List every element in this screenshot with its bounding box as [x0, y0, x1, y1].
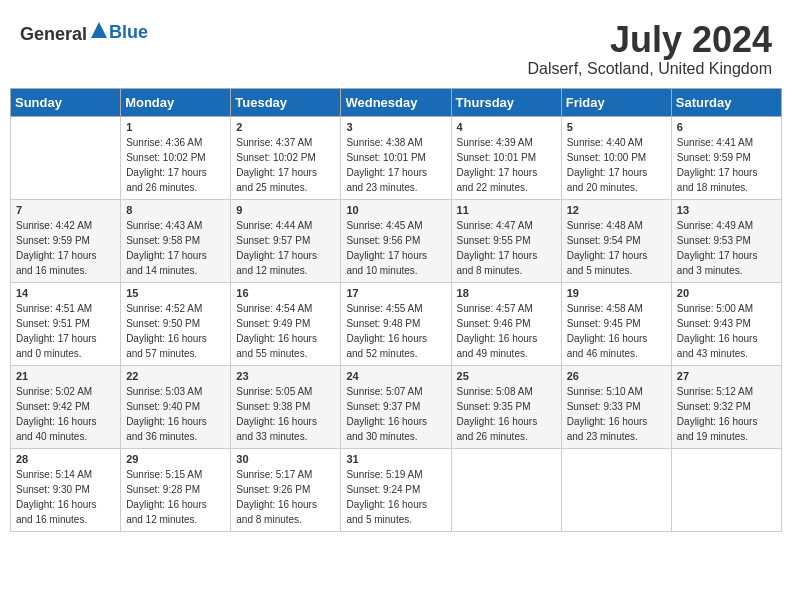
day-number: 12 [567, 204, 666, 216]
day-number: 23 [236, 370, 335, 382]
calendar-cell: 5Sunrise: 4:40 AMSunset: 10:00 PMDayligh… [561, 116, 671, 199]
calendar-cell: 12Sunrise: 4:48 AMSunset: 9:54 PMDayligh… [561, 199, 671, 282]
logo: General Blue [20, 20, 148, 45]
day-info: Sunrise: 5:15 AMSunset: 9:28 PMDaylight:… [126, 467, 225, 527]
calendar-cell [561, 448, 671, 531]
day-number: 10 [346, 204, 445, 216]
calendar-cell: 16Sunrise: 4:54 AMSunset: 9:49 PMDayligh… [231, 282, 341, 365]
day-info: Sunrise: 5:05 AMSunset: 9:38 PMDaylight:… [236, 384, 335, 444]
calendar-cell: 19Sunrise: 4:58 AMSunset: 9:45 PMDayligh… [561, 282, 671, 365]
weekday-header: Tuesday [231, 88, 341, 116]
day-number: 7 [16, 204, 115, 216]
svg-marker-0 [91, 22, 107, 38]
day-info: Sunrise: 4:47 AMSunset: 9:55 PMDaylight:… [457, 218, 556, 278]
calendar-week-row: 21Sunrise: 5:02 AMSunset: 9:42 PMDayligh… [11, 365, 782, 448]
day-number: 20 [677, 287, 776, 299]
calendar-cell: 23Sunrise: 5:05 AMSunset: 9:38 PMDayligh… [231, 365, 341, 448]
day-number: 31 [346, 453, 445, 465]
day-info: Sunrise: 5:07 AMSunset: 9:37 PMDaylight:… [346, 384, 445, 444]
calendar-cell [671, 448, 781, 531]
calendar-table: SundayMondayTuesdayWednesdayThursdayFrid… [10, 88, 782, 532]
day-number: 21 [16, 370, 115, 382]
day-info: Sunrise: 4:58 AMSunset: 9:45 PMDaylight:… [567, 301, 666, 361]
day-number: 17 [346, 287, 445, 299]
calendar-cell: 17Sunrise: 4:55 AMSunset: 9:48 PMDayligh… [341, 282, 451, 365]
calendar-header-row: SundayMondayTuesdayWednesdayThursdayFrid… [11, 88, 782, 116]
day-number: 13 [677, 204, 776, 216]
day-info: Sunrise: 5:00 AMSunset: 9:43 PMDaylight:… [677, 301, 776, 361]
calendar-week-row: 28Sunrise: 5:14 AMSunset: 9:30 PMDayligh… [11, 448, 782, 531]
day-number: 25 [457, 370, 556, 382]
calendar-cell: 26Sunrise: 5:10 AMSunset: 9:33 PMDayligh… [561, 365, 671, 448]
day-info: Sunrise: 4:40 AMSunset: 10:00 PMDaylight… [567, 135, 666, 195]
day-info: Sunrise: 5:14 AMSunset: 9:30 PMDaylight:… [16, 467, 115, 527]
day-number: 6 [677, 121, 776, 133]
day-info: Sunrise: 5:10 AMSunset: 9:33 PMDaylight:… [567, 384, 666, 444]
calendar-cell: 18Sunrise: 4:57 AMSunset: 9:46 PMDayligh… [451, 282, 561, 365]
month-title: July 2024 [527, 20, 772, 60]
day-info: Sunrise: 5:19 AMSunset: 9:24 PMDaylight:… [346, 467, 445, 527]
calendar-cell [451, 448, 561, 531]
day-info: Sunrise: 4:43 AMSunset: 9:58 PMDaylight:… [126, 218, 225, 278]
day-number: 9 [236, 204, 335, 216]
calendar-cell: 24Sunrise: 5:07 AMSunset: 9:37 PMDayligh… [341, 365, 451, 448]
weekday-header: Sunday [11, 88, 121, 116]
calendar-cell: 25Sunrise: 5:08 AMSunset: 9:35 PMDayligh… [451, 365, 561, 448]
logo-icon [89, 20, 109, 40]
day-number: 29 [126, 453, 225, 465]
weekday-header: Thursday [451, 88, 561, 116]
day-number: 24 [346, 370, 445, 382]
title-section: July 2024 Dalserf, Scotland, United King… [527, 20, 772, 78]
day-number: 8 [126, 204, 225, 216]
calendar-cell: 22Sunrise: 5:03 AMSunset: 9:40 PMDayligh… [121, 365, 231, 448]
day-number: 4 [457, 121, 556, 133]
day-info: Sunrise: 4:54 AMSunset: 9:49 PMDaylight:… [236, 301, 335, 361]
calendar-cell: 15Sunrise: 4:52 AMSunset: 9:50 PMDayligh… [121, 282, 231, 365]
day-info: Sunrise: 4:37 AMSunset: 10:02 PMDaylight… [236, 135, 335, 195]
calendar-cell: 7Sunrise: 4:42 AMSunset: 9:59 PMDaylight… [11, 199, 121, 282]
day-info: Sunrise: 4:49 AMSunset: 9:53 PMDaylight:… [677, 218, 776, 278]
calendar-cell [11, 116, 121, 199]
location-title: Dalserf, Scotland, United Kingdom [527, 60, 772, 78]
calendar-cell: 29Sunrise: 5:15 AMSunset: 9:28 PMDayligh… [121, 448, 231, 531]
day-info: Sunrise: 4:55 AMSunset: 9:48 PMDaylight:… [346, 301, 445, 361]
calendar-week-row: 7Sunrise: 4:42 AMSunset: 9:59 PMDaylight… [11, 199, 782, 282]
logo-blue: Blue [109, 22, 148, 42]
calendar-cell: 20Sunrise: 5:00 AMSunset: 9:43 PMDayligh… [671, 282, 781, 365]
day-number: 11 [457, 204, 556, 216]
day-info: Sunrise: 5:02 AMSunset: 9:42 PMDaylight:… [16, 384, 115, 444]
calendar-cell: 6Sunrise: 4:41 AMSunset: 9:59 PMDaylight… [671, 116, 781, 199]
day-number: 27 [677, 370, 776, 382]
calendar-cell: 1Sunrise: 4:36 AMSunset: 10:02 PMDayligh… [121, 116, 231, 199]
logo-general: General [20, 24, 87, 44]
day-number: 15 [126, 287, 225, 299]
calendar-cell: 2Sunrise: 4:37 AMSunset: 10:02 PMDayligh… [231, 116, 341, 199]
day-info: Sunrise: 5:03 AMSunset: 9:40 PMDaylight:… [126, 384, 225, 444]
calendar-cell: 13Sunrise: 4:49 AMSunset: 9:53 PMDayligh… [671, 199, 781, 282]
day-info: Sunrise: 4:41 AMSunset: 9:59 PMDaylight:… [677, 135, 776, 195]
day-info: Sunrise: 5:12 AMSunset: 9:32 PMDaylight:… [677, 384, 776, 444]
calendar-cell: 21Sunrise: 5:02 AMSunset: 9:42 PMDayligh… [11, 365, 121, 448]
day-number: 18 [457, 287, 556, 299]
calendar-cell: 10Sunrise: 4:45 AMSunset: 9:56 PMDayligh… [341, 199, 451, 282]
weekday-header: Friday [561, 88, 671, 116]
calendar-cell: 30Sunrise: 5:17 AMSunset: 9:26 PMDayligh… [231, 448, 341, 531]
calendar-week-row: 14Sunrise: 4:51 AMSunset: 9:51 PMDayligh… [11, 282, 782, 365]
day-info: Sunrise: 4:39 AMSunset: 10:01 PMDaylight… [457, 135, 556, 195]
day-number: 28 [16, 453, 115, 465]
day-number: 22 [126, 370, 225, 382]
calendar-cell: 4Sunrise: 4:39 AMSunset: 10:01 PMDayligh… [451, 116, 561, 199]
calendar-cell: 14Sunrise: 4:51 AMSunset: 9:51 PMDayligh… [11, 282, 121, 365]
day-info: Sunrise: 4:57 AMSunset: 9:46 PMDaylight:… [457, 301, 556, 361]
day-number: 30 [236, 453, 335, 465]
weekday-header: Monday [121, 88, 231, 116]
day-info: Sunrise: 4:44 AMSunset: 9:57 PMDaylight:… [236, 218, 335, 278]
day-info: Sunrise: 4:42 AMSunset: 9:59 PMDaylight:… [16, 218, 115, 278]
day-info: Sunrise: 4:48 AMSunset: 9:54 PMDaylight:… [567, 218, 666, 278]
day-number: 2 [236, 121, 335, 133]
calendar-cell: 3Sunrise: 4:38 AMSunset: 10:01 PMDayligh… [341, 116, 451, 199]
day-info: Sunrise: 4:45 AMSunset: 9:56 PMDaylight:… [346, 218, 445, 278]
day-number: 19 [567, 287, 666, 299]
calendar-cell: 31Sunrise: 5:19 AMSunset: 9:24 PMDayligh… [341, 448, 451, 531]
day-info: Sunrise: 4:36 AMSunset: 10:02 PMDaylight… [126, 135, 225, 195]
